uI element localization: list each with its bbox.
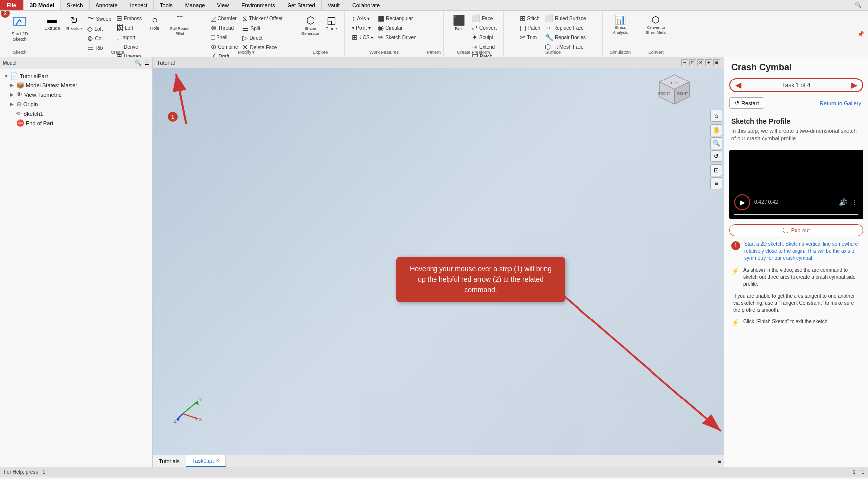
tab-getstarted[interactable]: Get Started	[281, 0, 321, 10]
menu-icon[interactable]: ☰	[145, 60, 149, 66]
viewport-options[interactable]: ≡	[713, 59, 720, 66]
btn-loft[interactable]: ◇Loft	[86, 24, 113, 33]
tab-manage[interactable]: Manage	[179, 0, 212, 10]
viewport-btn-pan[interactable]: ✋	[710, 124, 722, 136]
viewport-btn-home[interactable]: ⌂	[710, 110, 722, 122]
btn-patch2[interactable]: ◫Patch	[518, 23, 542, 32]
btn-axis[interactable]: ↕Axis ▾	[350, 14, 375, 23]
btn-sketch-driven[interactable]: ✏Sketch Driven	[376, 33, 418, 42]
btn-full-round-fillet[interactable]: ⌒ Full Round Fillet	[167, 13, 193, 37]
tabs-options[interactable]: ≡	[718, 458, 721, 465]
video-volume-btn[interactable]: 🔊	[839, 198, 847, 206]
btn-shell[interactable]: □Shell	[209, 33, 239, 42]
status-right: 1 1	[853, 469, 864, 475]
video-more-btn[interactable]: ⋮	[851, 198, 858, 206]
viewport-maximize[interactable]: □	[689, 59, 696, 66]
viewport-btn-rotate[interactable]: ↺	[710, 150, 722, 162]
btn-convert-sheet-metal[interactable]: ⬡ Convert to Sheet Metal	[641, 13, 671, 36]
model-label: Model	[3, 60, 16, 66]
btn-replace-face[interactable]: ↔Replace Face	[543, 23, 587, 32]
group-explore-label: Explore	[296, 50, 344, 55]
btn-coil[interactable]: ⊚Coil	[86, 34, 113, 43]
task-text-2: As shown in the video, use the arc comma…	[743, 267, 861, 288]
tab-3dmodel[interactable]: 3D Model	[24, 0, 61, 10]
btn-point[interactable]: •Point ▾	[350, 23, 375, 32]
group-sketch: Start 2D Sketch 2 Sketch	[2, 12, 38, 56]
viewport-btn-zoom[interactable]: 🔍	[710, 137, 722, 149]
btn-thicken-offset[interactable]: ⧖Thicken/ Offset	[241, 14, 284, 23]
btn-hole[interactable]: ○ Hole	[145, 13, 165, 33]
tab-file[interactable]: File	[0, 0, 24, 10]
task-text-4: Click "Finish Sketch" to exit the sketch	[743, 319, 827, 325]
group-surface-label: Surface	[504, 50, 602, 55]
btn-face[interactable]: ⬜Face	[470, 14, 498, 23]
viewport-btn-settings[interactable]: ≡	[710, 177, 722, 189]
tree-item-model-states[interactable]: ▶ 📦 Model States: Master	[0, 80, 152, 90]
video-progress-bar[interactable]	[734, 214, 858, 215]
btn-circular[interactable]: ◉Circular	[376, 23, 418, 32]
task-prev-arrow[interactable]: ◀	[735, 80, 741, 90]
tab-sketch[interactable]: Sketch	[61, 0, 90, 10]
btn-thread[interactable]: ⊛Thread	[209, 23, 239, 32]
tab-inspect[interactable]: Inspect	[124, 0, 154, 10]
search-icon[interactable]: 🔍	[135, 60, 142, 66]
btn-ucs[interactable]: ⊞UCS ▾	[350, 33, 375, 42]
ribbon-pin[interactable]: 📌	[855, 12, 866, 56]
btn-direct[interactable]: ▷Direct	[241, 33, 284, 42]
btn-chamfer[interactable]: ◿Chamfer	[209, 14, 239, 23]
task-next-arrow[interactable]: ▶	[851, 80, 857, 90]
popout-btn[interactable]: ⛶ Pop-out	[729, 224, 863, 236]
btn-convert[interactable]: ⇄Convert	[470, 23, 498, 32]
tab-tutorials[interactable]: Tutorials	[153, 455, 186, 467]
group-convert-label: Convert	[638, 50, 674, 55]
tab-vault[interactable]: Vault	[322, 0, 346, 10]
viewport-plus[interactable]: +	[705, 59, 712, 66]
btn-emboss[interactable]: ⊟Emboss	[115, 14, 143, 23]
btn-shape-generator[interactable]: ⬡ ShapeGenerator	[299, 13, 321, 37]
viewport-btn-fit[interactable]: ⊡	[710, 164, 722, 176]
btn-sculpt[interactable]: ✦Sculpt	[470, 33, 498, 42]
btn-trim[interactable]: ✂Trim	[518, 33, 542, 42]
svg-text:RIGHT: RIGHT	[677, 92, 689, 95]
tree-item-end-of-part[interactable]: ⛔ End of Part	[0, 118, 152, 128]
btn-split[interactable]: ⚌Split	[241, 24, 284, 33]
viewport-minimize[interactable]: −	[681, 59, 688, 66]
tree-item-tutorial[interactable]: ▼ 📄 TutorialPart	[0, 71, 152, 80]
btn-stitch[interactable]: ⊞Stitch	[518, 14, 542, 23]
tab-environments[interactable]: Environments	[235, 0, 281, 10]
video-play-btn[interactable]: ▶	[734, 194, 750, 210]
tab-tools[interactable]: Tools	[154, 0, 179, 10]
btn-extrude[interactable]: ▬ Extrude	[42, 13, 62, 33]
tab-view[interactable]: View	[211, 0, 235, 10]
viewport[interactable]: TOP RIGHT FRONT Y X Z	[153, 68, 724, 455]
tab-task0-close[interactable]: ✕	[216, 458, 219, 463]
viewport-close[interactable]: ✕	[697, 59, 704, 66]
btn-gallery[interactable]: Return to Gallery	[818, 97, 863, 109]
video-container[interactable]: ▶ 0:42 / 0:42 🔊 ⋮	[729, 150, 863, 219]
tab-collaborate[interactable]: Collaborate	[346, 0, 386, 10]
btn-decal[interactable]: 🖼Loft	[115, 23, 143, 32]
btn-import[interactable]: ↓Import	[115, 33, 143, 42]
tab-annotate[interactable]: Annotate	[90, 0, 124, 10]
btn-restart[interactable]: ↺ Restart	[729, 97, 764, 109]
group-convert-content: ⬡ Convert to Sheet Metal	[641, 13, 671, 55]
btn-ruled-surface[interactable]: ⬜Ruled Surface	[543, 14, 587, 23]
btn-sweep[interactable]: 〜Sweep	[86, 14, 113, 24]
btn-repair-bodies[interactable]: 🔧Repair Bodies	[543, 33, 587, 42]
axis-indicator: Y X Z	[173, 394, 203, 425]
btn-revolve[interactable]: ↻ Revolve	[64, 13, 84, 33]
group-simulation-label: Simulation	[603, 50, 638, 55]
tree-item-sketch1[interactable]: ✏ Sketch1	[0, 109, 152, 118]
tab-task0[interactable]: Task0.ipt ✕	[186, 455, 226, 467]
btn-stress-analysis[interactable]: 📊 Stress Analysis	[606, 13, 635, 36]
group-convert: ⬡ Convert to Sheet Metal Convert	[638, 12, 674, 56]
btn-rectangular[interactable]: ▦Rectangular	[376, 14, 418, 23]
tree-item-origin[interactable]: ▶ ⊕ Origin	[0, 99, 152, 109]
btn-plane[interactable]: ◱ Plane	[321, 13, 341, 33]
btn-box[interactable]: ⬛ Box	[449, 13, 469, 33]
btn-start-2d-sketch[interactable]: Start 2D Sketch 2	[5, 13, 35, 44]
tab-search[interactable]: 🔍	[849, 0, 868, 10]
tree-item-view[interactable]: ▶ 👁 View: Isometric	[0, 90, 152, 99]
task-list: 1 Start a 2D sketch. Sketch a vertical l…	[724, 238, 868, 467]
cube-nav[interactable]: TOP RIGHT FRONT	[654, 72, 694, 112]
